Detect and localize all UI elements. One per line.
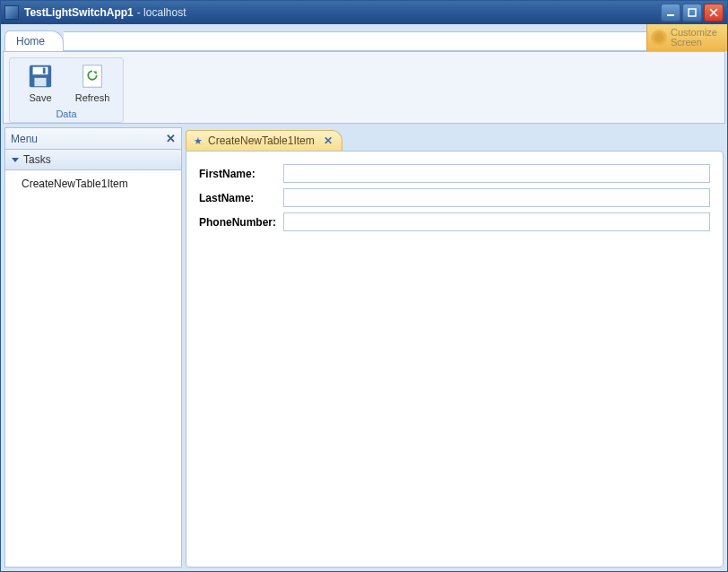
form-row-phonenumber: PhoneNumber: xyxy=(199,212,710,231)
refresh-label: Refresh xyxy=(75,92,110,103)
menu-close-button[interactable]: ✕ xyxy=(166,132,176,145)
chevron-down-icon xyxy=(11,155,20,164)
menu-header: Menu ✕ xyxy=(4,127,182,150)
main-tabstrip: Home Customize Screen xyxy=(1,24,727,51)
svg-rect-1 xyxy=(689,9,696,16)
ribbon: Save Refresh Data xyxy=(3,51,725,124)
svg-rect-8 xyxy=(83,65,102,87)
doc-panel: FirstName: LastName: PhoneNumber: xyxy=(186,151,724,568)
tab-home[interactable]: Home xyxy=(4,30,64,51)
accordion-tasks[interactable]: Tasks xyxy=(4,150,182,170)
svg-rect-5 xyxy=(33,67,48,74)
lastname-label: LastName: xyxy=(199,192,283,204)
gear-icon xyxy=(651,30,667,46)
app-icon xyxy=(4,5,19,20)
doc-tabbar: ★ CreateNewTable1Item ✕ xyxy=(186,127,724,151)
menu-title: Menu xyxy=(11,133,38,145)
firstname-label: FirstName: xyxy=(199,168,283,180)
window-buttons xyxy=(661,4,724,22)
doc-tab-createnewtable1item[interactable]: ★ CreateNewTable1Item ✕ xyxy=(186,130,342,151)
refresh-icon xyxy=(78,62,107,91)
save-button[interactable]: Save xyxy=(19,60,62,105)
svg-marker-10 xyxy=(12,158,19,162)
close-button[interactable] xyxy=(704,4,724,22)
doc-tab-title: CreateNewTable1Item xyxy=(208,134,315,147)
svg-rect-6 xyxy=(34,78,46,86)
star-icon: ★ xyxy=(194,135,203,147)
window-title: TestLightSwitchApp1 xyxy=(24,6,134,19)
minimize-button[interactable] xyxy=(661,4,680,22)
tree: CreateNewTable1Item xyxy=(4,170,182,568)
sidebar: Menu ✕ Tasks CreateNewTable1Item xyxy=(4,127,182,568)
sidebar-item-createnewtable1item[interactable]: CreateNewTable1Item xyxy=(5,174,181,194)
accordion-label: Tasks xyxy=(23,153,51,166)
phonenumber-label: PhoneNumber: xyxy=(199,216,283,229)
floppy-icon xyxy=(26,62,55,91)
svg-rect-7 xyxy=(43,68,46,74)
phonenumber-field[interactable] xyxy=(283,212,710,231)
firstname-field[interactable] xyxy=(283,164,710,183)
maximize-button[interactable] xyxy=(682,4,702,22)
form-row-firstname: FirstName: xyxy=(199,164,710,183)
customize-label-2: Screen xyxy=(671,38,717,48)
customize-screen-button[interactable]: Customize Screen xyxy=(646,24,727,51)
svg-rect-0 xyxy=(667,14,674,16)
refresh-button[interactable]: Refresh xyxy=(71,60,114,105)
body: Menu ✕ Tasks CreateNewTable1Item ★ Creat… xyxy=(1,124,727,571)
app-window: TestLightSwitchApp1 - localhost Home Cus… xyxy=(0,0,728,572)
lastname-field[interactable] xyxy=(283,188,710,207)
form-row-lastname: LastName: xyxy=(199,188,710,207)
save-label: Save xyxy=(29,92,51,103)
main-content: ★ CreateNewTable1Item ✕ FirstName: LastN… xyxy=(186,127,724,568)
window-host: - localhost xyxy=(137,6,186,19)
ribbon-group-data: Save Refresh Data xyxy=(9,57,124,123)
doc-tab-close-button[interactable]: ✕ xyxy=(324,134,333,147)
ribbon-group-label: Data xyxy=(56,105,76,122)
titlebar: TestLightSwitchApp1 - localhost xyxy=(1,1,727,24)
